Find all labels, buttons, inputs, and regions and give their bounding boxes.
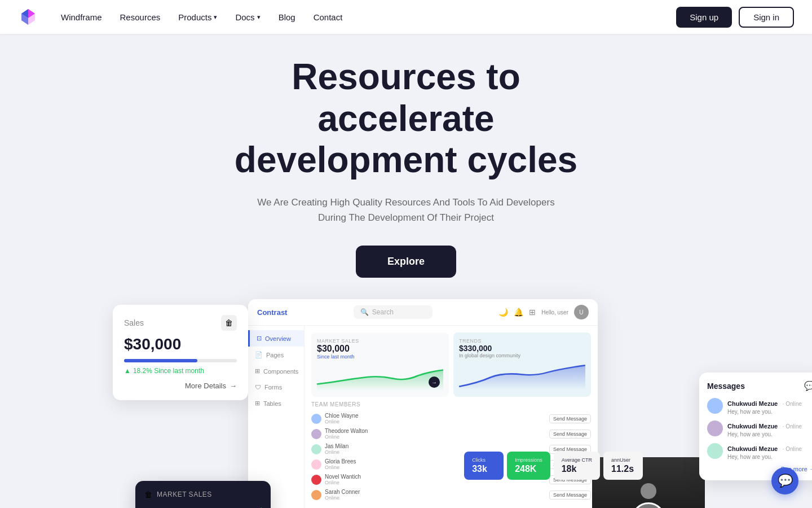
message-item: Chukwudi Mezue · Online Hey, how are you… — [707, 421, 812, 437]
svg-point-0 — [641, 483, 656, 499]
navbar: Windframe Resources Products Docs Blog C… — [0, 0, 812, 34]
market-icon: 🗑 — [144, 490, 152, 499]
market-dark-chart — [144, 505, 262, 508]
messages-title: Messages — [707, 382, 745, 391]
trash-icon[interactable]: 🗑 — [221, 315, 237, 331]
sidebar-item-pages[interactable]: 📄 Pages — [248, 347, 304, 363]
team-avatar — [311, 444, 321, 454]
market-sub: Since last month — [317, 354, 443, 360]
market-sales-label: MARKET SALES — [317, 338, 443, 344]
team-avatar — [311, 490, 321, 500]
preview-section: Sales 🗑 $30,000 ▲ 18.2% Since last month… — [0, 305, 812, 508]
explore-button[interactable]: Explore — [356, 246, 456, 278]
market-dark-card: 🗑 MARKET SALES — [135, 481, 271, 508]
trends-sub: In global design community — [459, 353, 585, 358]
logo[interactable] — [18, 7, 38, 27]
pages-icon: 📄 — [255, 351, 263, 358]
message-item: Chukwudi Mezue · Online Hey, how are you… — [707, 443, 812, 460]
tables-icon: ⊞ — [255, 400, 260, 407]
nav-docs[interactable]: Docs — [235, 12, 260, 22]
chat-icon[interactable]: 💬 — [804, 380, 812, 391]
trends-amount: $330,000 — [459, 344, 585, 353]
dashboard-content: MARKET SALES $30,000 Since last month — [304, 326, 598, 508]
hero-title: Resources to accelerate development cycl… — [209, 56, 603, 181]
chat-bubble-icon: 💬 — [778, 474, 793, 488]
msg-avatar — [707, 398, 723, 414]
bell-icon[interactable]: 🔔 — [514, 308, 523, 317]
team-avatar — [311, 414, 321, 424]
nav-contact[interactable]: Contact — [314, 12, 343, 22]
user-greeting: Hello, user — [541, 309, 568, 316]
metric-impressions: Impressions 248K — [507, 452, 550, 480]
nav-links: Windframe Resources Products Docs Blog C… — [61, 12, 676, 22]
see-more-link[interactable]: See more → — [707, 466, 812, 472]
dashboard-search[interactable]: 🔍 Search — [354, 305, 433, 319]
more-details-link[interactable]: More Details → — [124, 382, 237, 390]
components-icon: ⊞ — [255, 367, 260, 375]
dashboard-icons: 🌙 🔔 ⊞ Hello, user U — [498, 305, 589, 319]
hero-subtitle: We Are Creating High Quality Resources A… — [248, 195, 564, 225]
send-message-button[interactable]: Send Message — [549, 414, 591, 423]
nav-actions: Sign up Sign in — [676, 7, 794, 28]
metric-annuser: annUser 11.2s — [603, 452, 643, 480]
team-row: Theodore Walton Online Send Message — [311, 426, 591, 441]
sidebar-item-components[interactable]: ⊞ Components — [248, 363, 304, 379]
msg-avatar — [707, 443, 723, 459]
dashboard-logo: Contrast — [257, 308, 287, 317]
sales-card: Sales 🗑 $30,000 ▲ 18.2% Since last month… — [113, 305, 248, 400]
overview-icon: ⊡ — [257, 335, 262, 342]
sales-progress-bar — [124, 359, 237, 362]
team-avatar — [311, 429, 321, 439]
search-icon: 🔍 — [360, 308, 369, 316]
sidebar-item-forms[interactable]: 🛡 Forms — [248, 379, 304, 395]
trends-label: TRENDS — [459, 338, 585, 344]
signin-button[interactable]: Sign in — [739, 7, 794, 28]
market-dark-title: MARKET SALES — [157, 491, 212, 498]
user-avatar: U — [574, 305, 589, 319]
metric-clicks: Clicks 33k — [464, 452, 504, 480]
msg-content: Chukwudi Mezue · Online Hey, how are you… — [727, 398, 802, 415]
sales-progress-fill — [124, 359, 197, 362]
moon-icon[interactable]: 🌙 — [498, 308, 508, 317]
sidebar-item-overview[interactable]: ⊡ Overview — [248, 330, 304, 347]
chat-bubble-button[interactable]: 💬 — [771, 467, 798, 494]
metric-ctr: Average CTR 18k — [554, 452, 600, 480]
metrics-row: Clicks 33k Impressions 248K Average CTR … — [464, 452, 643, 480]
nav-resources[interactable]: Resources — [120, 12, 161, 22]
message-item: Chukwudi Mezue · Online Hey, how are you… — [707, 398, 812, 415]
dashboard-topbar: Contrast 🔍 Search 🌙 🔔 ⊞ Hello, user U — [248, 299, 598, 326]
team-row: Chloe Wayne Online Send Message — [311, 411, 591, 426]
msg-content: Chukwudi Mezue · Online Hey, how are you… — [727, 443, 802, 460]
sidebar-item-tables[interactable]: ⊞ Tables — [248, 395, 304, 411]
send-message-button[interactable]: Send Message — [549, 430, 591, 439]
team-avatar — [311, 459, 321, 470]
arrow-right-icon: → — [230, 382, 237, 390]
market-amount: $30,000 — [317, 344, 443, 354]
team-avatar — [311, 475, 321, 485]
dashboard-body: ⊡ Overview 📄 Pages ⊞ Components 🛡 Forms … — [248, 326, 598, 508]
grid-icon[interactable]: ⊞ — [529, 308, 536, 317]
signup-button[interactable]: Sign up — [676, 7, 732, 28]
sales-growth: ▲ 18.2% Since last month — [124, 367, 237, 375]
nav-blog[interactable]: Blog — [279, 12, 295, 22]
team-row: Sarah Conner Online Send Message — [311, 487, 591, 502]
hero-section: Resources to accelerate development cycl… — [0, 0, 812, 278]
msg-avatar — [707, 421, 723, 436]
team-label: TEAM MEMBERS — [311, 401, 591, 408]
nav-windframe[interactable]: Windframe — [61, 12, 102, 22]
nav-products[interactable]: Products — [178, 12, 217, 22]
send-message-button[interactable]: Send Message — [549, 491, 591, 500]
forms-icon: 🛡 — [255, 384, 261, 391]
msg-content: Chukwudi Mezue · Online Hey, how are you… — [727, 421, 802, 437]
sales-amount: $30,000 — [124, 335, 237, 353]
messages-card: Messages 💬 Chukwudi Mezue · Online Hey, … — [699, 373, 812, 480]
sales-card-title: Sales — [124, 318, 144, 327]
